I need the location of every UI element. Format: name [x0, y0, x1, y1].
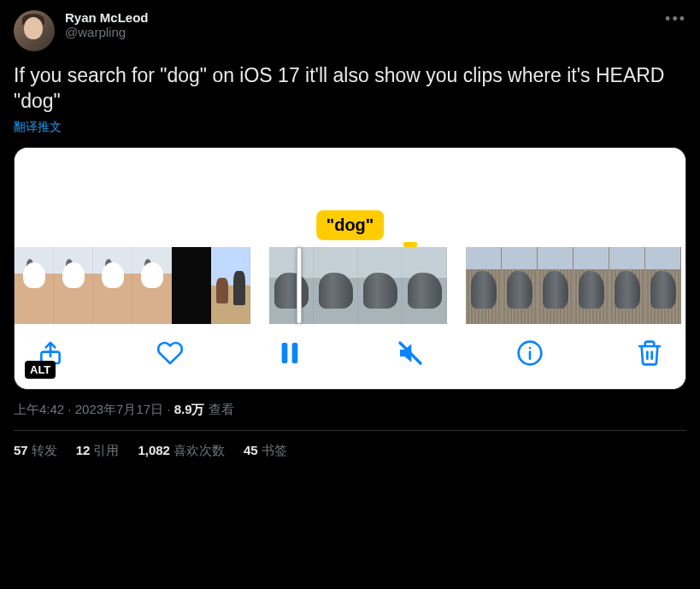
- video-timeline[interactable]: [15, 247, 685, 324]
- post-date: 2023年7月17日: [75, 402, 163, 416]
- clip-frame: [211, 247, 250, 324]
- trash-icon[interactable]: [636, 339, 663, 367]
- handle: @warpling: [65, 25, 149, 39]
- likes-stat[interactable]: 1,082喜欢次数: [138, 443, 225, 459]
- retweets-stat[interactable]: 57转发: [14, 443, 57, 459]
- tweet-text: If you search for "dog" on iOS 17 it'll …: [14, 63, 686, 115]
- clip-frame: [132, 247, 172, 324]
- media-toolbar: [15, 324, 685, 389]
- tweet-container: Ryan McLeod @warpling ••• If you search …: [0, 0, 700, 469]
- meta-row[interactable]: 上午4:42 · 2023年7月17日 · 8.9万 查看: [14, 402, 686, 418]
- stats-row: 57转发 12引用 1,082喜欢次数 45书签: [14, 431, 686, 459]
- clip-frame: [54, 247, 93, 324]
- svg-rect-2: [292, 343, 298, 363]
- clip-frame: [314, 247, 358, 324]
- clip-frame: [172, 247, 211, 324]
- caption-bubble: "dog": [316, 210, 385, 240]
- views-label: 查看: [205, 402, 234, 416]
- more-button[interactable]: •••: [665, 10, 686, 28]
- quotes-stat[interactable]: 12引用: [76, 443, 120, 459]
- tweet-header: Ryan McLeod @warpling: [14, 10, 686, 51]
- post-time: 上午4:42: [14, 402, 64, 416]
- mute-icon[interactable]: [397, 339, 424, 367]
- clip-frame: [269, 247, 314, 324]
- clip-frame: [645, 247, 681, 324]
- clip-frame: [403, 247, 447, 324]
- author-names[interactable]: Ryan McLeod @warpling: [65, 10, 149, 39]
- info-icon[interactable]: [516, 339, 544, 367]
- clip-frame: [15, 247, 54, 324]
- media-top: "dog": [15, 148, 685, 247]
- alt-badge[interactable]: ALT: [25, 361, 56, 379]
- svg-point-6: [528, 346, 531, 349]
- clip-frame: [93, 247, 132, 324]
- clip-frame: [466, 247, 502, 324]
- clip-group-1: [15, 247, 250, 324]
- translate-link[interactable]: 翻译推文: [14, 120, 686, 135]
- heart-icon[interactable]: [156, 339, 184, 367]
- bookmarks-stat[interactable]: 45书签: [244, 443, 287, 459]
- views-count: 8.9万: [174, 402, 205, 416]
- clip-frame: [574, 247, 609, 324]
- display-name: Ryan McLeod: [65, 10, 149, 25]
- clip-frame: [609, 247, 645, 324]
- clip-frame: [538, 247, 574, 324]
- clip-frame: [502, 247, 538, 324]
- clip-frame: [358, 247, 403, 324]
- clip-group-3: [466, 247, 681, 324]
- media-card[interactable]: "dog": [14, 147, 686, 390]
- playhead[interactable]: [297, 247, 302, 324]
- pause-icon[interactable]: [276, 339, 303, 367]
- svg-rect-1: [282, 343, 288, 363]
- avatar[interactable]: [14, 10, 55, 51]
